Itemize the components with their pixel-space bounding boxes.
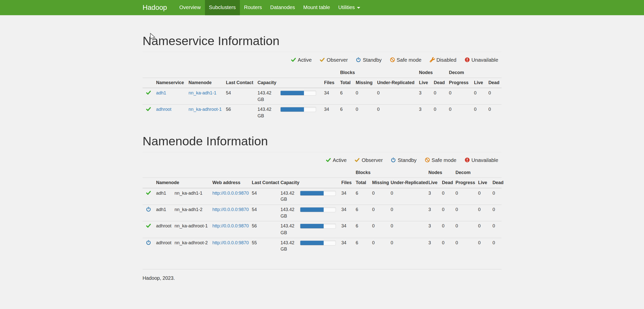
- nav-item-utilities-label: Utilities: [338, 5, 355, 10]
- nameservice-row: adhroot nn_ka-adhroot-1 56 143.42 GB 34 …: [143, 105, 501, 121]
- col-files: Files: [321, 78, 337, 88]
- capacity-cell: 143.42 GB: [277, 221, 296, 238]
- power-icon: [391, 157, 396, 162]
- last-contact-cell: 54: [249, 188, 277, 205]
- col-decom-progress: Progress: [452, 178, 475, 188]
- group-header-row: Blocks Nodes Decom: [143, 68, 501, 78]
- column-header-row: Nameservice Namenode Last Contact Capaci…: [143, 78, 501, 88]
- power-icon: [146, 207, 151, 212]
- decom-dead-cell: 0: [489, 238, 501, 254]
- web-address-link[interactable]: http://0.0.0.0:9870: [212, 240, 249, 245]
- group-decom: Decom: [452, 168, 502, 178]
- namenode-table: Blocks Nodes Decom Namenode Web address …: [143, 168, 501, 254]
- namenode-section-title: Namenode Information: [143, 134, 501, 152]
- legend-safe-mode-label: Safe mode: [397, 57, 422, 63]
- nav-item-overview[interactable]: Overview: [175, 0, 205, 15]
- decom-progress-cell: 0: [452, 205, 475, 221]
- namenode-legend: Active Observer Standby Safe mode Unavai…: [143, 157, 501, 163]
- nav-item-datanodes[interactable]: Datanodes: [266, 0, 299, 15]
- brand-link[interactable]: Hadoop: [143, 0, 175, 15]
- nav-menu: Overview Subclusters Routers Datanodes M…: [175, 0, 364, 15]
- nav-item-subclusters[interactable]: Subclusters: [205, 0, 240, 15]
- col-last-contact: Last Contact: [249, 178, 277, 188]
- check-icon: [355, 157, 360, 162]
- legend-safe-mode: Safe mode: [390, 57, 421, 63]
- check-icon: [291, 57, 296, 62]
- decom-dead-cell: 0: [489, 188, 501, 205]
- col-namenode: Namenode: [153, 178, 209, 188]
- namenode-cell: nn_ka-adhroot-2: [171, 238, 209, 254]
- col-decom-live: Live: [475, 178, 489, 188]
- col-blocks-missing: Missing: [369, 178, 387, 188]
- namenode-link[interactable]: nn_ka-adhroot-1: [189, 107, 222, 112]
- group-header-row: Blocks Nodes Decom: [143, 168, 501, 178]
- legend-standby: Standby: [391, 157, 417, 163]
- blocks-total-cell: 6: [352, 188, 369, 205]
- legend-unavailable: Unavailable: [464, 57, 498, 63]
- blocks-missing-cell: 0: [352, 88, 374, 105]
- legend-observer-label: Observer: [327, 57, 348, 63]
- decom-progress-cell: 0: [446, 105, 471, 121]
- nav-item-routers[interactable]: Routers: [240, 0, 266, 15]
- col-under-replicated: Under-Replicated: [374, 78, 416, 88]
- decom-dead-cell: 0: [489, 221, 501, 238]
- col-decom-progress: Progress: [446, 78, 471, 88]
- check-icon: [146, 107, 151, 112]
- capacity-cell: 143.42 GB: [254, 105, 276, 121]
- col-blocks-total: Total: [337, 78, 352, 88]
- mouse-cursor: [150, 33, 156, 41]
- last-contact-cell: 54: [223, 88, 254, 105]
- web-address-link[interactable]: http://0.0.0.0:9870: [212, 191, 249, 196]
- decom-live-cell: 0: [475, 188, 489, 205]
- legend-standby-label: Standby: [398, 157, 417, 163]
- blocks-total-cell: 6: [337, 105, 352, 121]
- col-nameservice: Nameservice: [153, 78, 185, 88]
- nav-item-utilities[interactable]: Utilities: [334, 0, 364, 15]
- capacity-cell: 143.42 GB: [277, 188, 296, 205]
- nameservice-cell: adhroot: [153, 238, 171, 254]
- nav-item-mount-table[interactable]: Mount table: [299, 0, 334, 15]
- check-icon: [146, 190, 151, 195]
- capacity-progress-bar: [300, 224, 336, 229]
- nodes-live-cell: 3: [425, 238, 439, 254]
- capacity-cell: 143.42 GB: [277, 238, 296, 254]
- nameservice-cell: adhroot: [153, 221, 171, 238]
- web-address-link[interactable]: http://0.0.0.0:9870: [212, 224, 249, 229]
- capacity-progress-bar: [280, 90, 316, 96]
- namenode-link[interactable]: nn_ka-adh1-1: [189, 90, 217, 95]
- under-replicated-cell: 0: [374, 88, 416, 105]
- col-nodes-dead: Dead: [430, 78, 446, 88]
- nameservice-link[interactable]: adhroot: [156, 107, 172, 112]
- decom-dead-cell: 0: [489, 205, 501, 221]
- nodes-dead-cell: 0: [439, 205, 452, 221]
- group-blocks: Blocks: [337, 68, 416, 78]
- legend-standby-label: Standby: [363, 57, 382, 63]
- namenode-cell: nn_ka-adhroot-1: [171, 221, 209, 238]
- nodes-live-cell: 3: [425, 205, 439, 221]
- col-namenode: Namenode: [185, 78, 223, 88]
- legend-active-label: Active: [333, 157, 347, 163]
- legend-active: Active: [326, 157, 347, 163]
- group-nodes: Nodes: [425, 168, 452, 178]
- legend-disabled-label: Disabled: [436, 57, 456, 63]
- col-blocks-total: Total: [352, 178, 369, 188]
- blocks-missing-cell: 0: [369, 205, 387, 221]
- nodes-dead-cell: 0: [439, 188, 452, 205]
- capacity-progress-bar: [280, 107, 316, 112]
- capacity-progress-bar: [300, 240, 336, 245]
- decom-live-cell: 0: [475, 205, 489, 221]
- namenode-cell: nn_ka-adh1-2: [171, 205, 209, 221]
- files-cell: 34: [338, 221, 352, 238]
- web-address-link[interactable]: http://0.0.0.0:9870: [212, 207, 249, 212]
- blocks-missing-cell: 0: [369, 238, 387, 254]
- decom-progress-cell: 0: [452, 221, 475, 238]
- check-icon: [320, 57, 325, 62]
- nodes-dead-cell: 0: [439, 238, 452, 254]
- blocks-total-cell: 6: [352, 238, 369, 254]
- capacity-progress-fill: [281, 107, 304, 112]
- capacity-progress-bar: [300, 191, 336, 196]
- ban-icon: [425, 157, 430, 162]
- nameservice-link[interactable]: adh1: [156, 90, 166, 95]
- nodes-live-cell: 3: [416, 105, 430, 121]
- nameservice-legend: Active Observer Standby Safe mode Disabl…: [143, 57, 501, 63]
